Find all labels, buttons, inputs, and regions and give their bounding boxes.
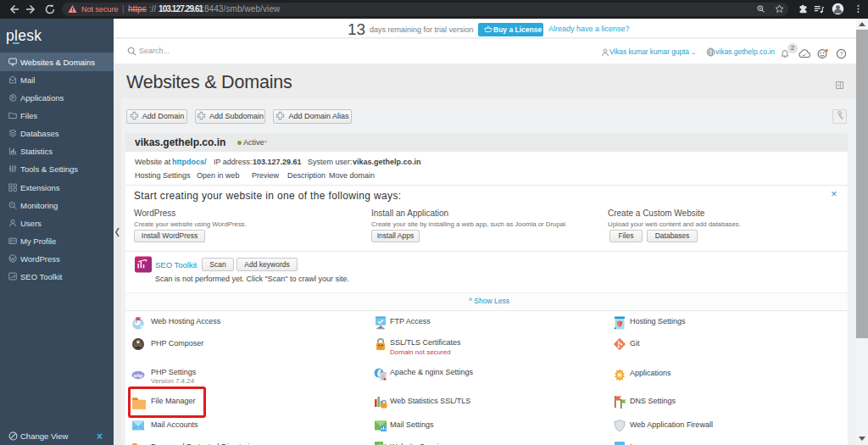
svg-text:?: ? [839,50,843,58]
svg-text:php: php [133,373,143,378]
